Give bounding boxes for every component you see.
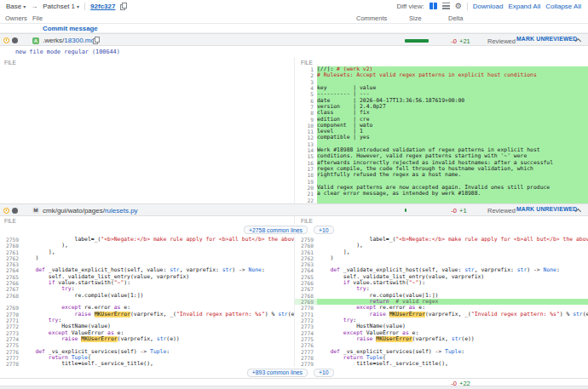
line-number[interactable]: 2764 (295, 267, 317, 273)
line-number[interactable]: 2777 (295, 349, 317, 355)
line-number[interactable]: 19 (295, 179, 317, 185)
mark-unreviewed-button[interactable]: MARK UNREVIEWED (516, 36, 577, 42)
collapse-chevron-icon[interactable] (575, 209, 581, 215)
line-number[interactable]: 6 (295, 98, 317, 104)
expand-more-button[interactable]: +10 (314, 369, 334, 377)
line-number[interactable]: 2774 (295, 330, 317, 336)
line-number[interactable]: 2776 (0, 349, 22, 355)
line-number[interactable]: 2778 (0, 361, 22, 367)
line-number[interactable]: 2768 (0, 293, 22, 299)
line-number[interactable]: 2767 (0, 286, 22, 292)
line-number[interactable]: 5 (295, 91, 317, 97)
line-number[interactable]: 2779 (295, 361, 317, 367)
line-number[interactable]: 21 (295, 191, 317, 197)
attention-clock-icon (3, 208, 9, 214)
line-number[interactable]: 2760 (0, 243, 22, 249)
line-number[interactable]: 2776 (295, 342, 317, 348)
line-number[interactable]: 2759 (0, 237, 22, 243)
expand-more-button[interactable]: +10 (314, 226, 334, 234)
line-number[interactable]: 18 (295, 172, 317, 178)
line-number[interactable]: 9 (295, 117, 317, 123)
line-number[interactable]: 2766 (295, 280, 317, 286)
file-path[interactable]: .werks/18300.md (43, 37, 95, 44)
line-number[interactable]: 2763 (295, 261, 317, 267)
copy-icon[interactable] (120, 3, 126, 9)
line-number[interactable]: 2760 (295, 243, 317, 249)
line-number[interactable]: 12 (295, 134, 317, 140)
line-number[interactable]: 2 (295, 72, 317, 78)
diff-view-label: Diff view: (396, 3, 424, 10)
line-number[interactable]: 2759 (295, 237, 317, 243)
line-number[interactable]: 2778 (295, 355, 317, 361)
collapse-all-link[interactable]: Collapse All (545, 3, 581, 10)
line-number[interactable]: 15 (295, 153, 317, 159)
line-number[interactable]: 10 (295, 123, 317, 129)
line-number[interactable]: 2773 (295, 323, 317, 329)
totals-deleted: -0 (446, 380, 457, 387)
code-line: 2777 def _vs_explicit_services(self) -> … (295, 349, 588, 355)
line-number[interactable]: 2765 (295, 274, 317, 280)
file-row[interactable]: M cmk/gui/wato/pages/rulesets.py -0 +1 R… (0, 203, 588, 216)
side-by-side-view-icon[interactable] (429, 3, 437, 9)
line-number[interactable]: 2769 (295, 299, 317, 305)
expand-all-link[interactable]: Expand All (508, 3, 540, 10)
line-number[interactable]: 2771 (295, 312, 317, 317)
line-number[interactable] (0, 299, 22, 305)
file-path[interactable]: cmk/gui/wato/pages/rulesets.py (43, 207, 138, 215)
commit-sha-link[interactable]: 92fc327 (90, 3, 115, 10)
column-header-file: File (32, 14, 43, 22)
unified-view-icon[interactable] (442, 3, 450, 9)
expand-common-lines-button[interactable]: +2758 common lines (244, 226, 308, 234)
line-number[interactable]: 2773 (0, 330, 22, 336)
line-number[interactable]: 22 (295, 197, 317, 203)
line-number[interactable]: 3 (295, 79, 317, 85)
file-copy-icon[interactable] (93, 37, 99, 43)
line-number[interactable]: 13 (295, 141, 317, 147)
code-text: version | 2.4.0p27 (317, 104, 588, 110)
line-number[interactable]: 2768 (295, 293, 317, 299)
commit-message-link[interactable]: Commit message (43, 25, 98, 32)
mark-unreviewed-button[interactable]: MARK UNREVIEWED (516, 206, 577, 212)
line-number[interactable]: 2762 (295, 255, 317, 261)
line-number[interactable]: 2769 (0, 305, 22, 311)
chevron-down-icon: ▾ (77, 3, 79, 9)
line-number[interactable]: 2767 (295, 286, 317, 292)
line-number[interactable]: 14 (295, 147, 317, 153)
line-number[interactable]: 2761 (295, 249, 317, 255)
line-number[interactable]: 2775 (295, 336, 317, 342)
code-line: 13 (295, 141, 588, 147)
line-number[interactable]: 2764 (0, 267, 22, 273)
collapse-chevron-icon[interactable] (575, 38, 581, 44)
line-number[interactable]: 2762 (0, 255, 22, 261)
code-line: 2765 self._validate_list_entry(value, va… (0, 274, 294, 280)
line-number[interactable]: 2770 (0, 312, 22, 317)
line-number[interactable]: 8 (295, 110, 317, 116)
file-path-name: 18300.md (64, 37, 95, 44)
patchset-selector[interactable]: Patchset 1 ▾ (43, 3, 79, 10)
line-number[interactable]: 2771 (0, 317, 22, 323)
expand-common-lines-button[interactable]: +893 common lines (247, 369, 308, 377)
line-number[interactable]: 2761 (0, 249, 22, 255)
line-number[interactable]: 2774 (0, 336, 22, 342)
line-number[interactable]: 2770 (295, 305, 317, 311)
settings-gear-icon[interactable]: ⚙ (455, 3, 462, 9)
download-link[interactable]: Download (473, 3, 504, 10)
line-number[interactable]: 2777 (0, 355, 22, 361)
line-number[interactable]: 4 (295, 85, 317, 91)
line-number[interactable]: 2765 (0, 274, 22, 280)
line-number[interactable]: 2775 (0, 342, 22, 348)
line-number[interactable]: 2766 (0, 280, 22, 286)
code-text: Valid regex patterns are now accepted ag… (317, 185, 588, 191)
line-number[interactable]: 16 (295, 160, 317, 166)
expand-row-top: +2758 common lines +10 (0, 225, 588, 237)
line-number[interactable]: 7 (295, 104, 317, 110)
line-number[interactable]: 1 (295, 66, 317, 72)
line-number[interactable]: 17 (295, 166, 317, 172)
line-number[interactable]: 20 (295, 185, 317, 191)
line-number[interactable]: 11 (295, 129, 317, 134)
line-number[interactable]: 2772 (0, 323, 22, 329)
file-row[interactable]: A .werks/18300.md -0 +21 Reviewed MARK U… (0, 33, 588, 46)
line-number[interactable]: 2772 (295, 317, 317, 323)
line-number[interactable]: 2763 (0, 261, 22, 267)
base-selector[interactable]: Base ▾ (6, 3, 26, 10)
